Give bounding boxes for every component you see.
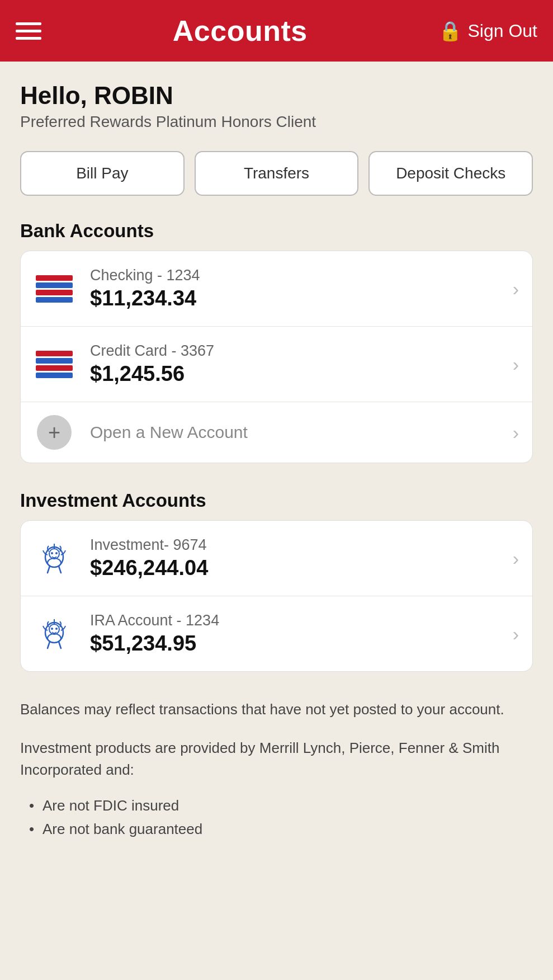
page-title: Accounts: [173, 14, 308, 48]
bill-pay-button[interactable]: Bill Pay: [20, 151, 185, 196]
merrill-lion-icon-investment: [34, 544, 74, 573]
bofa-logo-credit: [34, 350, 74, 379]
svg-line-12: [59, 642, 61, 648]
open-account-label: Open a New Account: [90, 423, 504, 442]
disclaimer-bank-guaranteed: Are not bank guaranteed: [29, 818, 533, 841]
investment-account-name: Investment- 9674: [90, 536, 504, 554]
investment-disclaimer: Investment products are provided by Merr…: [20, 737, 533, 781]
deposit-checks-button[interactable]: Deposit Checks: [368, 151, 533, 196]
investment-accounts-header: Investment Accounts: [20, 490, 533, 511]
action-buttons-row: Bill Pay Transfers Deposit Checks: [20, 151, 533, 196]
svg-point-13: [51, 628, 53, 630]
app-header: Accounts 🔒 Sign Out: [0, 0, 553, 62]
svg-point-7: [55, 552, 58, 554]
bofa-logo-checking: [34, 274, 74, 303]
checking-account-name: Checking - 1234: [90, 267, 504, 284]
transfers-button[interactable]: Transfers: [195, 151, 359, 196]
balance-disclaimer: Balances may reflect transactions that h…: [20, 699, 533, 720]
open-account-chevron-icon: ›: [513, 422, 519, 444]
menu-button[interactable]: [16, 22, 41, 40]
ira-account-balance: $51,234.95: [90, 632, 504, 656]
lock-icon: 🔒: [438, 20, 462, 42]
greeting-status: Preferred Rewards Platinum Honors Client: [20, 113, 533, 131]
ira-account-row[interactable]: IRA Account - 1234 $51,234.95 ›: [21, 596, 532, 671]
investment-chevron-icon: ›: [513, 548, 519, 569]
sign-out-label: Sign Out: [467, 21, 537, 41]
credit-card-chevron-icon: ›: [513, 354, 519, 375]
svg-line-11: [48, 642, 50, 648]
merrill-lion-icon-ira: [34, 619, 74, 648]
greeting-name: Hello, ROBIN: [20, 82, 533, 110]
bank-accounts-header: Bank Accounts: [20, 220, 533, 242]
disclaimer-fdic: Are not FDIC insured: [29, 794, 533, 818]
investment-account-row[interactable]: Investment- 9674 $246,244.04 ›: [21, 521, 532, 596]
credit-card-account-name: Credit Card - 3367: [90, 342, 504, 360]
main-content: Hello, ROBIN Preferred Rewards Platinum …: [0, 62, 553, 863]
svg-line-4: [48, 566, 50, 573]
disclaimer-list: Are not FDIC insured Are not bank guaran…: [20, 794, 533, 841]
ira-account-name: IRA Account - 1234: [90, 612, 504, 629]
investment-account-balance: $246,244.04: [90, 556, 504, 580]
checking-account-row[interactable]: Checking - 1234 $11,234.34 ›: [21, 251, 532, 327]
open-account-row[interactable]: + Open a New Account ›: [21, 402, 532, 463]
credit-card-account-row[interactable]: Credit Card - 3367 $1,245.56 ›: [21, 327, 532, 402]
investment-accounts-card: Investment- 9674 $246,244.04 ›: [20, 520, 533, 672]
greeting-section: Hello, ROBIN Preferred Rewards Platinum …: [20, 82, 533, 131]
sign-out-button[interactable]: 🔒 Sign Out: [438, 20, 537, 42]
svg-point-14: [55, 628, 58, 630]
svg-point-6: [51, 552, 53, 554]
checking-account-balance: $11,234.34: [90, 286, 504, 310]
plus-icon: +: [34, 418, 74, 447]
credit-card-account-balance: $1,245.56: [90, 362, 504, 386]
bank-accounts-card: Checking - 1234 $11,234.34 › Credit Card…: [20, 251, 533, 463]
svg-line-5: [59, 566, 61, 573]
ira-chevron-icon: ›: [513, 623, 519, 645]
checking-chevron-icon: ›: [513, 278, 519, 300]
